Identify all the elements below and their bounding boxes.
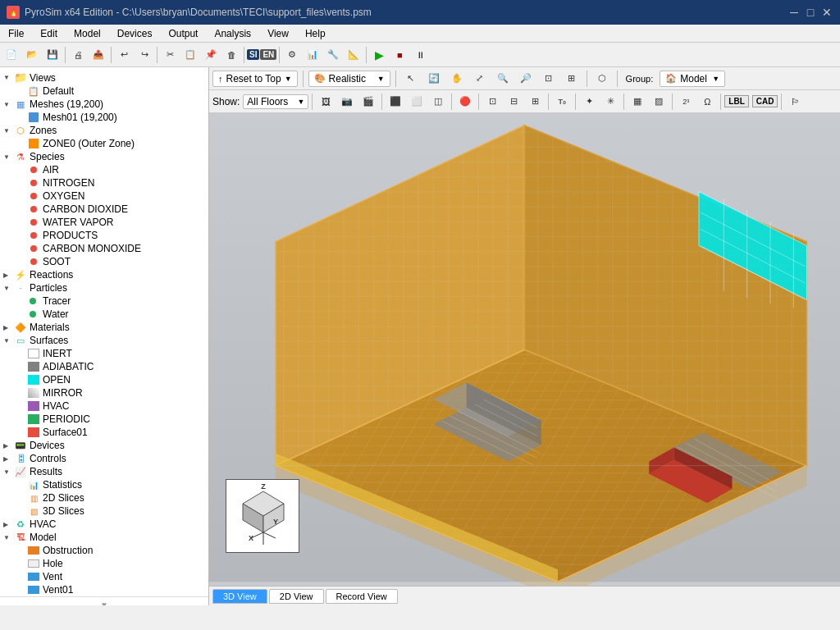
tree-item-devices[interactable]: ▶ 📟 Devices bbox=[0, 439, 208, 452]
vt-btn7[interactable]: 🔴 bbox=[455, 92, 475, 112]
menu-edit[interactable]: Edit bbox=[32, 25, 66, 42]
vt-btn12[interactable]: ✳ bbox=[600, 92, 620, 112]
vt-flag-btn[interactable]: 🏳 bbox=[785, 92, 805, 112]
save-button[interactable]: 💾 bbox=[43, 45, 62, 65]
tree-item-meshes[interactable]: ▼ ▦ Meshes (19,200) bbox=[0, 98, 208, 111]
view3d-tool[interactable]: ⬡ bbox=[592, 69, 612, 89]
menu-devices[interactable]: Devices bbox=[109, 25, 161, 42]
tree-item-nitrogen[interactable]: NITROGEN bbox=[0, 176, 208, 189]
tree-item-water[interactable]: Water bbox=[0, 308, 208, 321]
tree-item-views[interactable]: ▼ 📁 Views bbox=[0, 71, 208, 84]
si-button[interactable]: SI bbox=[247, 49, 259, 60]
tree-item-reactions[interactable]: ▶ ⚡ Reactions bbox=[0, 268, 208, 281]
reset-to-top-button[interactable]: ↑ Reset to Top ▼ bbox=[212, 71, 298, 87]
tree-item-co[interactable]: CARBON MONOXIDE bbox=[0, 242, 208, 255]
close-button[interactable]: ✕ bbox=[820, 6, 833, 19]
zoom-fit-tool[interactable]: ⊞ bbox=[562, 69, 582, 89]
pause-button[interactable]: ⏸ bbox=[410, 45, 430, 65]
tab-3d-view[interactable]: 3D View bbox=[212, 589, 267, 604]
tree-item-statistics[interactable]: 📊 Statistics bbox=[0, 478, 208, 491]
view-mode-dropdown[interactable]: 🎨 Realistic ▼ bbox=[308, 71, 390, 87]
print-button[interactable]: 🖨 bbox=[68, 45, 88, 65]
tree-item-vent01[interactable]: Vent01 bbox=[0, 583, 208, 596]
vt-btn11[interactable]: ✦ bbox=[579, 92, 599, 112]
zoom-in-tool[interactable]: 🔎 bbox=[516, 69, 536, 89]
maximize-button[interactable]: □ bbox=[804, 6, 817, 19]
vt-btn15[interactable]: 2³ bbox=[676, 92, 696, 112]
undo-button[interactable]: ↩ bbox=[114, 45, 134, 65]
tree-item-periodic[interactable]: PERIODIC bbox=[0, 413, 208, 426]
export-button[interactable]: 📤 bbox=[89, 45, 108, 65]
tree-item-products[interactable]: PRODUCTS bbox=[0, 229, 208, 242]
tree-item-results[interactable]: ▼ 📈 Results bbox=[0, 465, 208, 478]
tree-item-hvac_group[interactable]: ▶ ♻ HVAC bbox=[0, 518, 208, 531]
rotate-tool[interactable]: 🔄 bbox=[424, 69, 444, 89]
tree-item-controls[interactable]: ▶ 🎛 Controls bbox=[0, 452, 208, 465]
group-dropdown[interactable]: 🏠 Model ▼ bbox=[660, 71, 725, 87]
paste-button[interactable]: 📌 bbox=[201, 45, 221, 65]
tree-item-materials[interactable]: ▶ 🔶 Materials bbox=[0, 321, 208, 334]
vt-btn16[interactable]: Ω bbox=[697, 92, 717, 112]
open-button[interactable]: 📂 bbox=[22, 45, 42, 65]
sim-btn3[interactable]: 🔧 bbox=[323, 45, 343, 65]
tree-item-air[interactable]: AIR bbox=[0, 163, 208, 176]
tree-item-species[interactable]: ▼ ⚗ Species bbox=[0, 150, 208, 163]
tree-item-soot[interactable]: SOOT bbox=[0, 255, 208, 268]
vt-ta-btn[interactable]: T₀ bbox=[552, 92, 572, 112]
vt-btn1[interactable]: 🖼 bbox=[316, 92, 336, 112]
tree-item-inert[interactable]: INERT bbox=[0, 347, 208, 360]
menu-analysis[interactable]: Analysis bbox=[206, 25, 259, 42]
menu-view[interactable]: View bbox=[259, 25, 297, 42]
menu-help[interactable]: Help bbox=[297, 25, 334, 42]
tree-item-adiabatic[interactable]: ADIABATIC bbox=[0, 360, 208, 373]
vt-btn2[interactable]: 📷 bbox=[337, 92, 357, 112]
tree-item-surface01[interactable]: Surface01 bbox=[0, 426, 208, 439]
vt-btn9[interactable]: ⊟ bbox=[504, 92, 523, 112]
vt-btn5[interactable]: ⬜ bbox=[407, 92, 427, 112]
sim-btn1[interactable]: ⚙ bbox=[282, 45, 302, 65]
tree-item-water_vapor[interactable]: WATER VAPOR bbox=[0, 216, 208, 229]
tab-record-view[interactable]: Record View bbox=[326, 589, 398, 604]
play-button[interactable]: ▶ bbox=[369, 45, 389, 65]
cad-button[interactable]: CAD bbox=[752, 95, 778, 107]
vt-btn13[interactable]: ▦ bbox=[628, 92, 647, 112]
move-tool[interactable]: ⤢ bbox=[470, 69, 490, 89]
menu-file[interactable]: File bbox=[0, 25, 32, 42]
tree-item-zone0[interactable]: ZONE0 (Outer Zone) bbox=[0, 137, 208, 150]
lbl-button[interactable]: LBL bbox=[724, 95, 748, 107]
new-button[interactable]: 📄 bbox=[2, 45, 21, 65]
tree-item-surfaces[interactable]: ▼ ▭ Surfaces bbox=[0, 334, 208, 347]
tree-item-tracer[interactable]: Tracer bbox=[0, 294, 208, 308]
tree-item-default[interactable]: 📋 Default bbox=[0, 84, 208, 98]
menu-output[interactable]: Output bbox=[160, 25, 206, 42]
stop-button[interactable]: ■ bbox=[390, 45, 409, 65]
en-button[interactable]: EN bbox=[260, 49, 276, 60]
tree-item-model[interactable]: ▼ 🏗 Model bbox=[0, 531, 208, 544]
tree-item-open[interactable]: OPEN bbox=[0, 373, 208, 386]
tree-item-mesh01[interactable]: Mesh01 (19,200) bbox=[0, 111, 208, 124]
menu-model[interactable]: Model bbox=[66, 25, 109, 42]
floor-dropdown[interactable]: All Floors ▼ bbox=[243, 94, 308, 109]
tree-item-mirror[interactable]: MIRROR bbox=[0, 386, 208, 399]
vt-btn8[interactable]: ⊡ bbox=[482, 92, 502, 112]
sim-btn4[interactable]: 📐 bbox=[344, 45, 363, 65]
zoom-all-tool[interactable]: ⊡ bbox=[539, 69, 559, 89]
sim-btn2[interactable]: 📊 bbox=[303, 45, 322, 65]
tree-item-zones[interactable]: ▼ ⬡ Zones bbox=[0, 124, 208, 137]
vt-btn3[interactable]: 🎬 bbox=[358, 92, 378, 112]
tree-item-hole[interactable]: Hole bbox=[0, 557, 208, 570]
tree-item-vent[interactable]: Vent bbox=[0, 570, 208, 583]
tree-item-2d_slices[interactable]: ▥ 2D Slices bbox=[0, 491, 208, 504]
copy-button[interactable]: 📋 bbox=[180, 45, 200, 65]
tree-item-hvac[interactable]: HVAC bbox=[0, 399, 208, 413]
minimize-button[interactable]: ─ bbox=[788, 6, 801, 19]
pan-tool[interactable]: ✋ bbox=[447, 69, 467, 89]
tree-item-3d_slices[interactable]: ▧ 3D Slices bbox=[0, 504, 208, 518]
redo-button[interactable]: ↪ bbox=[135, 45, 154, 65]
tree-item-oxygen[interactable]: OXYGEN bbox=[0, 189, 208, 203]
tree-item-obstruction[interactable]: Obstruction bbox=[0, 544, 208, 557]
tree-item-particles[interactable]: ▼ · Particles bbox=[0, 281, 208, 294]
vt-btn14[interactable]: ▨ bbox=[649, 92, 669, 112]
zoom-tool[interactable]: 🔍 bbox=[493, 69, 513, 89]
tree-item-co2[interactable]: CARBON DIOXIDE bbox=[0, 203, 208, 216]
